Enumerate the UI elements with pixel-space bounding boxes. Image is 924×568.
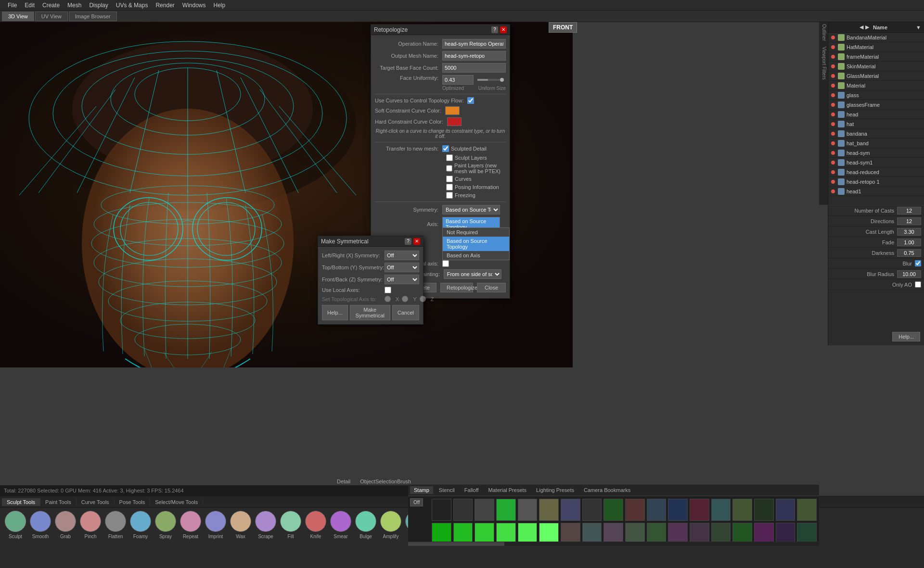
retopo-posing-check[interactable]: [446, 184, 453, 190]
prop-check-only_ao[interactable]: [915, 281, 921, 288]
menu-item-create[interactable]: Create: [38, 1, 64, 10]
sym-lr-select[interactable]: Off: [385, 251, 419, 260]
tex-thumb-3[interactable]: [496, 499, 516, 521]
tex-thumb-5[interactable]: [539, 499, 559, 521]
sculpt-tool-imprint[interactable]: Imprint: [204, 511, 227, 539]
retopo-facecount-input[interactable]: [442, 63, 506, 73]
retopo-axis-option-1[interactable]: Based on Source Topology: [443, 237, 509, 251]
outliner-item-bandana[interactable]: bandana: [828, 129, 924, 139]
tex-thumb2-14[interactable]: [732, 523, 752, 542]
tex-thumb-1[interactable]: [453, 499, 473, 521]
sym-x-radio[interactable]: [385, 296, 391, 302]
prop-value-fade[interactable]: 1.00: [897, 239, 921, 246]
stamp-tab-camera[interactable]: Camera Bookmarks: [580, 486, 634, 494]
menu-item-edit[interactable]: Edit: [21, 1, 38, 10]
help-button-bottom[interactable]: Help...: [892, 332, 920, 341]
outliner-item-head1[interactable]: head1: [828, 187, 924, 196]
prop-check-blur[interactable]: [915, 260, 921, 266]
tex-thumb-13[interactable]: [711, 499, 731, 521]
sculpt-tool-smear[interactable]: Smear: [329, 511, 352, 539]
tab-uvview[interactable]: UV View: [35, 12, 68, 21]
tex-thumb-11[interactable]: [668, 499, 688, 521]
menu-item-display[interactable]: Display: [85, 1, 112, 10]
tab-3dview[interactable]: 3D View: [2, 12, 34, 21]
tex-thumb-0[interactable]: [432, 499, 451, 521]
retopo-symmetry-select[interactable]: Based on Source Topology: [442, 205, 500, 215]
sculpt-tab-sculpt[interactable]: Sculpt Tools: [2, 498, 40, 506]
outliner-item-BandanaMaterial[interactable]: BandanaMaterial: [828, 33, 924, 42]
sculpt-tool-amplify[interactable]: Amplify: [379, 511, 402, 539]
ao-off-button[interactable]: Off: [410, 498, 423, 506]
sculpt-tab-select[interactable]: Select/Move Tools: [150, 498, 203, 506]
sculpt-tab-curve[interactable]: Curve Tools: [77, 498, 115, 506]
sym-local-axes-check[interactable]: [385, 287, 391, 293]
tex-thumb2-12[interactable]: [690, 523, 709, 542]
tex-thumb2-6[interactable]: [561, 523, 580, 542]
outliner-item-head-sym1[interactable]: head-sym1: [828, 158, 924, 167]
sculpt-tab-paint[interactable]: Paint Tools: [40, 498, 77, 506]
sym-tb-select[interactable]: Off: [385, 263, 419, 272]
tex-thumb-10[interactable]: [647, 499, 667, 521]
outliner-item-Material[interactable]: Material: [828, 81, 924, 90]
symmetry-close-icon[interactable]: ✕: [413, 238, 420, 245]
tex-thumb-14[interactable]: [732, 499, 752, 521]
retopo-axis-option-0[interactable]: Not Required: [443, 228, 509, 237]
tex-thumb-4[interactable]: [518, 499, 538, 521]
sculpt-tool-wax[interactable]: Wax: [229, 511, 252, 539]
tab-imagebrowser[interactable]: Image Browser: [69, 12, 117, 21]
retopo-curves-checkbox[interactable]: [467, 97, 474, 104]
tex-thumb-7[interactable]: [582, 499, 602, 521]
tex-thumb-2[interactable]: [475, 499, 494, 521]
sym-y-radio[interactable]: [402, 296, 408, 302]
outliner-item-head-retopo 1[interactable]: head-retopo 1: [828, 177, 924, 187]
outliner-scroll-right[interactable]: ▶: [865, 24, 869, 30]
sculpt-tool-repeat[interactable]: Repeat: [179, 511, 202, 539]
retopo-local-axis-check[interactable]: [442, 260, 449, 267]
outliner-item-HatMaterial[interactable]: HatMaterial: [828, 42, 924, 52]
retopo-paint-layers-check[interactable]: [446, 165, 452, 172]
tex-thumb2-2[interactable]: [475, 523, 494, 542]
retopo-transfer-sculpt-select[interactable]: From one side of source: [444, 269, 501, 279]
sculpt-tool-bulge[interactable]: Bulge: [354, 511, 377, 539]
retopo-output-input[interactable]: [442, 51, 506, 61]
outliner-item-GlassMaterial[interactable]: GlassMaterial: [828, 71, 924, 81]
sym-z-radio[interactable]: [420, 296, 426, 302]
sym-cancel-btn[interactable]: Cancel: [392, 305, 419, 320]
retopo-sculpt-layers-check[interactable]: [446, 154, 453, 161]
stamp-tab-stamp[interactable]: Stamp: [410, 486, 433, 494]
prop-value-darkness[interactable]: 0.75: [897, 249, 921, 257]
tex-thumb2-9[interactable]: [625, 523, 645, 542]
outliner-item-hat_band[interactable]: hat_band: [828, 139, 924, 148]
tex-thumb-16[interactable]: [776, 499, 796, 521]
sculpt-tool-fill[interactable]: Fill: [279, 511, 302, 539]
vert-tab-outliner[interactable]: Outliner: [819, 22, 828, 43]
retopo-axis-option-2[interactable]: Based on Axis: [443, 251, 509, 260]
sculpt-tool-pinch[interactable]: Pinch: [79, 511, 102, 539]
tex-thumb2-1[interactable]: [453, 523, 473, 542]
outliner-item-head-sym[interactable]: head-sym: [828, 148, 924, 158]
tex-thumb-12[interactable]: [690, 499, 709, 521]
sym-help-btn[interactable]: Help...: [322, 305, 348, 320]
stamp-tab-material[interactable]: Material Presets: [485, 486, 530, 494]
outliner-item-hat[interactable]: hat: [828, 119, 924, 129]
tex-thumb-17[interactable]: [797, 499, 817, 521]
tex-thumb-15[interactable]: [754, 499, 774, 521]
tex-thumb2-3[interactable]: [496, 523, 516, 542]
prop-value-blur_radius[interactable]: 10.00: [897, 270, 921, 278]
retopo-op-name-input[interactable]: [442, 39, 506, 49]
texture-scrollbar[interactable]: [408, 542, 819, 546]
tex-thumb2-0[interactable]: [432, 523, 451, 542]
tex-thumb2-5[interactable]: [539, 523, 559, 542]
vert-tab-viewport-filters[interactable]: Viewport Filters: [819, 45, 828, 82]
stamp-tab-stencil[interactable]: Stencil: [435, 486, 459, 494]
retopo-hard-color[interactable]: [447, 117, 462, 126]
symmetry-help-icon[interactable]: ?: [405, 238, 411, 245]
stamp-tab-lighting[interactable]: Lighting Presets: [532, 486, 578, 494]
outliner-item-SkinMaterial[interactable]: SkinMaterial: [828, 62, 924, 71]
retopo-close-btn[interactable]: Close: [477, 283, 506, 292]
tex-thumb-8[interactable]: [603, 499, 623, 521]
sculpt-tool-spray[interactable]: Spray: [154, 511, 177, 539]
tex-thumb2-13[interactable]: [711, 523, 731, 542]
tex-thumb-9[interactable]: [625, 499, 645, 521]
retopo-close-icon[interactable]: ✕: [500, 26, 507, 33]
